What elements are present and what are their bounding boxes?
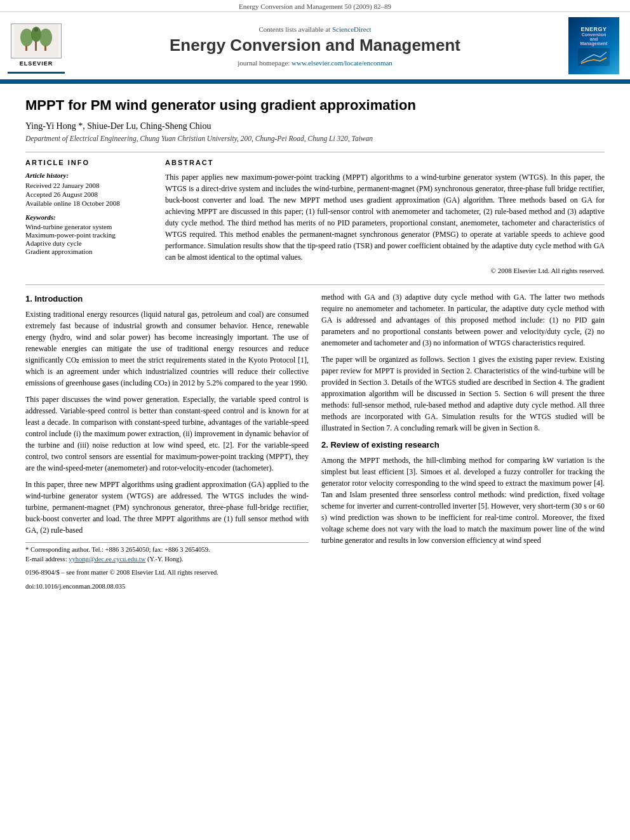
body-right-para2: The paper will be organized as follows. … bbox=[321, 354, 605, 434]
doi-line: doi:10.1016/j.enconman.2008.08.035 bbox=[25, 582, 309, 592]
journal-header: ELSEVIER Contents lists available at Sci… bbox=[0, 12, 630, 81]
keyword-3: Adaptive duty cycle bbox=[25, 239, 152, 247]
rule-after-abstract bbox=[25, 284, 605, 285]
body-two-col: 1. Introduction Existing traditional ene… bbox=[25, 291, 605, 592]
received-date: Received 22 January 2008 bbox=[25, 182, 152, 189]
journal-citation: Energy Conversion and Management 50 (200… bbox=[239, 3, 391, 10]
authors-text: Ying-Yi Hong *, Shiue-Der Lu, Ching-Shen… bbox=[25, 121, 211, 131]
elsevier-brand-text: ELSEVIER bbox=[20, 60, 53, 67]
logo-conversion-text: Conversion bbox=[582, 32, 607, 37]
top-bar: Energy Conversion and Management 50 (200… bbox=[0, 0, 630, 12]
rule-after-affiliation bbox=[25, 152, 605, 152]
elsevier-logo-image bbox=[11, 23, 62, 58]
available-date: Available online 18 October 2008 bbox=[25, 199, 152, 207]
svg-rect-5 bbox=[35, 41, 37, 51]
body-right-col: method with GA and (3) adaptive duty cyc… bbox=[321, 291, 605, 592]
sciencedirect-anchor[interactable]: ScienceDirect bbox=[332, 25, 372, 33]
article-history-label: Article history: bbox=[25, 171, 152, 179]
article-content: MPPT for PM wind generator using gradien… bbox=[0, 84, 630, 604]
svg-rect-6 bbox=[44, 46, 46, 51]
footnote-email-text: yyhong@dec.ee.cycu.edu.tw bbox=[69, 556, 145, 563]
keywords-label: Keywords: bbox=[25, 213, 152, 221]
authors: Ying-Yi Hong *, Shiue-Der Lu, Ching-Shen… bbox=[25, 121, 605, 131]
article-info-abstract-row: ARTICLE INFO Article history: Received 2… bbox=[25, 159, 605, 274]
abstract-text: This paper applies new maximum-power-poi… bbox=[165, 171, 605, 263]
keyword-2: Maximum-power-point tracking bbox=[25, 231, 152, 239]
affiliation: Department of Electrical Engineering, Ch… bbox=[25, 135, 605, 142]
svg-rect-4 bbox=[25, 46, 27, 51]
footnote-star-line: * Corresponding author. Tel.: +886 3 265… bbox=[25, 545, 309, 555]
logo-chart-icon bbox=[578, 48, 610, 66]
body-right-para3: Among the MPPT methods, the hill-climbin… bbox=[321, 455, 605, 546]
journal-logo-box: ENERGY Conversion and Management bbox=[568, 17, 619, 74]
body-left-para1: Existing traditional energy resources (l… bbox=[25, 309, 309, 389]
footnote-area: * Corresponding author. Tel.: +886 3 265… bbox=[25, 542, 309, 564]
logo-energy-text: ENERGY bbox=[580, 26, 607, 32]
journal-logo-right: ENERGY Conversion and Management bbox=[565, 17, 622, 74]
article-info-heading: ARTICLE INFO bbox=[25, 159, 152, 166]
elsevier-tree-icon bbox=[14, 25, 58, 57]
body-left-para3: In this paper, three new MPPT algorithms… bbox=[25, 479, 309, 536]
journal-homepage: journal homepage: www.elsevier.com/locat… bbox=[65, 59, 565, 67]
svg-point-3 bbox=[39, 29, 52, 46]
footnote-email-link[interactable]: yyhong@dec.ee.cycu.edu.tw bbox=[69, 556, 145, 563]
footnote-star-text: * Corresponding author. Tel.: +886 3 265… bbox=[25, 546, 210, 553]
logo-management-text: Management bbox=[580, 41, 608, 46]
footnote-email-line: E-mail address: yyhong@dec.ee.cycu.edu.t… bbox=[25, 555, 309, 564]
journal-center: Contents lists available at ScienceDirec… bbox=[65, 25, 565, 67]
svg-point-7 bbox=[34, 28, 38, 32]
body-left-col: 1. Introduction Existing traditional ene… bbox=[25, 291, 309, 592]
sciencedirect-link: Contents lists available at ScienceDirec… bbox=[65, 25, 565, 33]
article-info-col: ARTICLE INFO Article history: Received 2… bbox=[25, 159, 152, 274]
abstract-col: ABSTRACT This paper applies new maximum-… bbox=[165, 159, 605, 274]
doi-text: doi:10.1016/j.enconman.2008.08.035 bbox=[25, 583, 125, 590]
keyword-4: Gradient approximation bbox=[25, 248, 152, 255]
journal-title: Energy Conversion and Management bbox=[65, 36, 565, 55]
body-right-para1: method with GA and (3) adaptive duty cyc… bbox=[321, 291, 605, 349]
footnote-email-label: E-mail address: bbox=[25, 556, 69, 563]
copyright-line: © 2008 Elsevier Ltd. All rights reserved… bbox=[165, 267, 605, 274]
issn-line: 0196-8904/$ – see front matter © 2008 El… bbox=[25, 568, 309, 578]
svg-point-1 bbox=[20, 29, 33, 46]
section1-title: 1. Introduction bbox=[25, 293, 309, 305]
accepted-date: Accepted 26 August 2008 bbox=[25, 190, 152, 198]
issn-text: 0196-8904/$ – see front matter © 2008 El… bbox=[25, 569, 218, 576]
footnote-email-suffix: (Y.-Y. Hong). bbox=[145, 556, 183, 563]
logo-and-text: and bbox=[590, 37, 598, 41]
keyword-1: Wind-turbine generator system bbox=[25, 223, 152, 230]
section2-title: 2. Review of existing research bbox=[321, 439, 605, 451]
article-title: MPPT for PM wind generator using gradien… bbox=[25, 97, 605, 115]
homepage-url[interactable]: www.elsevier.com/locate/enconman bbox=[292, 59, 392, 67]
abstract-heading: ABSTRACT bbox=[165, 159, 605, 166]
elsevier-logo-area: ELSEVIER bbox=[8, 18, 65, 74]
body-left-para2: This paper discusses the wind power gene… bbox=[25, 394, 309, 474]
